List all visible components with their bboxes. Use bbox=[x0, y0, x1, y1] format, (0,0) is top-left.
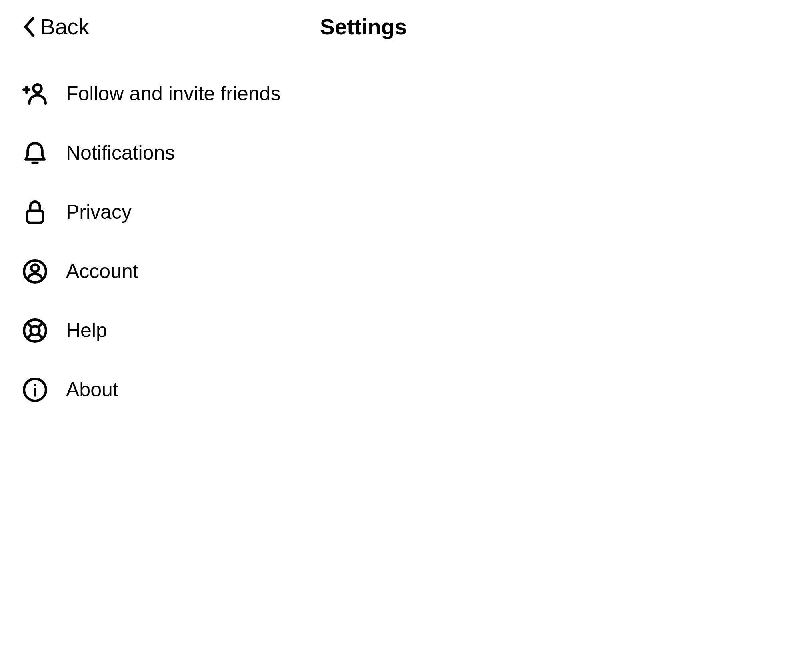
info-icon bbox=[22, 377, 48, 403]
back-button[interactable]: Back bbox=[0, 14, 89, 40]
settings-item-label: Privacy bbox=[66, 200, 132, 224]
svg-point-0 bbox=[33, 84, 41, 92]
lifebuoy-icon bbox=[22, 318, 48, 344]
svg-line-13 bbox=[38, 334, 43, 338]
svg-rect-5 bbox=[27, 210, 43, 222]
person-plus-icon bbox=[22, 81, 48, 107]
svg-point-15 bbox=[34, 384, 36, 386]
header-bar: Back Settings bbox=[0, 0, 800, 54]
svg-point-7 bbox=[31, 264, 38, 272]
svg-line-12 bbox=[27, 334, 32, 338]
settings-item-label: Follow and invite friends bbox=[66, 82, 280, 105]
settings-item-account[interactable]: Account bbox=[22, 242, 778, 301]
settings-item-label: About bbox=[66, 378, 118, 401]
settings-item-privacy[interactable]: Privacy bbox=[22, 182, 778, 242]
svg-line-10 bbox=[27, 323, 32, 327]
page-title: Settings bbox=[320, 14, 480, 40]
bell-icon bbox=[22, 140, 48, 166]
settings-item-about[interactable]: About bbox=[22, 360, 778, 419]
settings-item-label: Notifications bbox=[66, 141, 175, 164]
account-circle-icon bbox=[22, 258, 48, 284]
settings-item-label: Account bbox=[66, 260, 138, 283]
svg-line-11 bbox=[38, 323, 43, 327]
settings-item-label: Help bbox=[66, 319, 107, 342]
chevron-left-icon bbox=[22, 16, 36, 38]
settings-list: Follow and invite friends Notifications … bbox=[0, 54, 800, 419]
lock-icon bbox=[22, 199, 48, 225]
settings-item-notifications[interactable]: Notifications bbox=[22, 123, 778, 182]
settings-item-follow-invite[interactable]: Follow and invite friends bbox=[22, 64, 778, 123]
settings-item-help[interactable]: Help bbox=[22, 301, 778, 360]
back-label: Back bbox=[40, 14, 89, 40]
